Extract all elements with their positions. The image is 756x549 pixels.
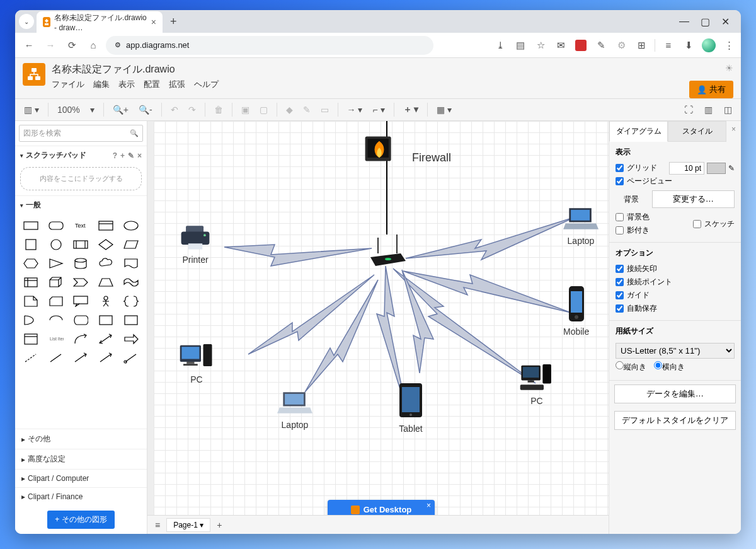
theme-icon[interactable]: ☀: [725, 63, 733, 73]
shape-actor[interactable]: [94, 292, 118, 310]
node-laptop1[interactable]: Laptop: [563, 203, 598, 246]
node-router[interactable]: [365, 234, 410, 272]
grid-size-input[interactable]: 10 pt: [669, 162, 704, 175]
line-color-button[interactable]: ✎: [299, 103, 314, 117]
shape-trapezoid[interactable]: [94, 274, 118, 291]
category-clipart-finance[interactable]: ▸Clipart / Finance: [15, 487, 147, 506]
devices-icon[interactable]: ▤: [513, 38, 527, 52]
shadow-button[interactable]: ▭: [317, 103, 333, 117]
zoom-out-icon[interactable]: 🔍-: [135, 103, 156, 117]
canvas-area[interactable]: Firewall Printer Laptop Mobile: [147, 121, 609, 534]
shape-rect[interactable]: [19, 217, 43, 234]
page-tab-1[interactable]: Page-1 ▾: [166, 518, 210, 532]
chk-sketch[interactable]: スケッチ: [693, 211, 735, 237]
change-bg-button[interactable]: 変更する…: [652, 190, 735, 208]
shape-bidir[interactable]: [94, 330, 118, 348]
panel-close-icon[interactable]: ×: [726, 121, 741, 142]
menu-arrange[interactable]: 配置: [144, 79, 160, 90]
document-title[interactable]: 名称未設定ファイル.drawio: [52, 63, 219, 76]
shape-search-input[interactable]: 図形を検索: [19, 125, 143, 142]
grid-color-button[interactable]: [707, 163, 726, 174]
shape-square[interactable]: [19, 236, 43, 253]
redo-button[interactable]: ↷: [185, 103, 200, 117]
shape-note[interactable]: [19, 292, 43, 310]
tab-close-icon[interactable]: ×: [151, 17, 156, 27]
color-picker-icon[interactable]: ✎: [728, 164, 735, 173]
shape-curve[interactable]: [69, 330, 93, 348]
table-button[interactable]: ▦ ▾: [433, 103, 455, 117]
shape-card[interactable]: [44, 292, 68, 310]
shape-list[interactable]: [19, 330, 43, 348]
reload-button[interactable]: ⟳: [63, 40, 81, 51]
node-pc1[interactable]: PC: [179, 342, 214, 384]
chk-bgcolor[interactable]: 背景色: [616, 211, 650, 224]
shape-rect3[interactable]: [119, 311, 143, 329]
shape-dashed[interactable]: [19, 349, 43, 367]
shape-text[interactable]: Text: [69, 217, 93, 234]
shape-callout[interactable]: [69, 292, 93, 310]
outline-icon[interactable]: ◫: [720, 103, 736, 117]
menu-file[interactable]: ファイル: [52, 79, 84, 90]
maximize-button[interactable]: ▢: [701, 16, 710, 28]
forward-button[interactable]: →: [42, 40, 59, 50]
undo-button[interactable]: ↶: [167, 103, 182, 117]
kebab-menu-icon[interactable]: ⋮: [722, 38, 736, 52]
zoom-select[interactable]: 100%: [54, 103, 84, 117]
chk-autosave[interactable]: 自動保存: [616, 302, 735, 315]
shape-diamond[interactable]: [94, 236, 118, 253]
shape-process[interactable]: [69, 236, 93, 253]
menu-extras[interactable]: 拡張: [169, 79, 185, 90]
new-tab-button[interactable]: +: [165, 15, 182, 28]
menu-help[interactable]: ヘルプ: [194, 79, 219, 90]
insert-button[interactable]: ＋ ▾: [399, 102, 423, 117]
node-laptop2[interactable]: Laptop: [277, 387, 312, 430]
shape-or[interactable]: [19, 311, 43, 329]
share-button[interactable]: 👤共有: [689, 81, 733, 98]
shape-line1[interactable]: [44, 349, 68, 367]
general-header[interactable]: ▾一般: [15, 195, 147, 214]
scratchpad-header[interactable]: ▾ スクラッチパッド ?+✎×: [15, 146, 147, 165]
shape-curly[interactable]: [119, 292, 143, 310]
close-panel-icon[interactable]: ×: [137, 151, 142, 160]
help-icon[interactable]: ?: [113, 151, 117, 160]
back-button[interactable]: ←: [20, 40, 38, 50]
shape-textbox[interactable]: [94, 217, 118, 234]
node-pc2[interactable]: PC: [519, 363, 554, 406]
banner-close-icon[interactable]: ×: [427, 501, 431, 510]
browser-tab[interactable]: 名称未設定ファイル.drawio - draw… ×: [37, 11, 163, 33]
chk-guides[interactable]: ガイド: [616, 289, 735, 302]
gear-icon[interactable]: ⚙: [614, 38, 628, 52]
clear-style-button[interactable]: デフォルトスタイルをクリア: [614, 411, 736, 430]
menu-view[interactable]: 表示: [118, 79, 135, 90]
radio-landscape[interactable]: 横向き: [654, 361, 685, 373]
close-button[interactable]: ✕: [721, 16, 730, 28]
shape-cylinder[interactable]: [69, 255, 93, 272]
url-field[interactable]: ⚙ app.diagrams.net: [106, 36, 433, 55]
add-page-button[interactable]: +: [213, 518, 226, 532]
shape-rounded[interactable]: [44, 217, 68, 234]
download-icon[interactable]: ⬇: [682, 38, 696, 52]
category-advanced[interactable]: ▸高度な設定: [15, 449, 147, 469]
node-printer[interactable]: Printer: [178, 222, 213, 265]
shape-line2[interactable]: [69, 349, 93, 367]
mail-icon[interactable]: ✉: [554, 38, 568, 52]
category-other[interactable]: ▸その他: [15, 429, 147, 449]
site-info-icon[interactable]: ⚙: [115, 41, 121, 49]
shape-and[interactable]: [44, 311, 68, 329]
shape-step[interactable]: [69, 274, 93, 291]
format-panel-icon[interactable]: ▥: [701, 103, 716, 117]
shape-circle[interactable]: [44, 236, 68, 253]
chk-shadow[interactable]: 影付き: [616, 224, 650, 237]
edit-icon[interactable]: ✎: [128, 151, 134, 160]
tab-style[interactable]: スタイル: [668, 121, 726, 142]
node-tablet[interactable]: Tablet: [396, 382, 426, 434]
tab-diagram[interactable]: ダイアグラム: [609, 121, 668, 142]
waypoint-button[interactable]: ⌐ ▾: [369, 103, 388, 117]
home-button[interactable]: ⌂: [84, 40, 102, 50]
shape-document[interactable]: [119, 255, 143, 272]
shape-tape[interactable]: [119, 274, 143, 291]
radio-portrait[interactable]: 縦向き: [616, 361, 646, 373]
puzzle-icon[interactable]: ⊞: [634, 38, 648, 52]
fill-color-button[interactable]: ◆: [282, 103, 297, 117]
chk-arrows[interactable]: 接続矢印: [616, 262, 735, 275]
